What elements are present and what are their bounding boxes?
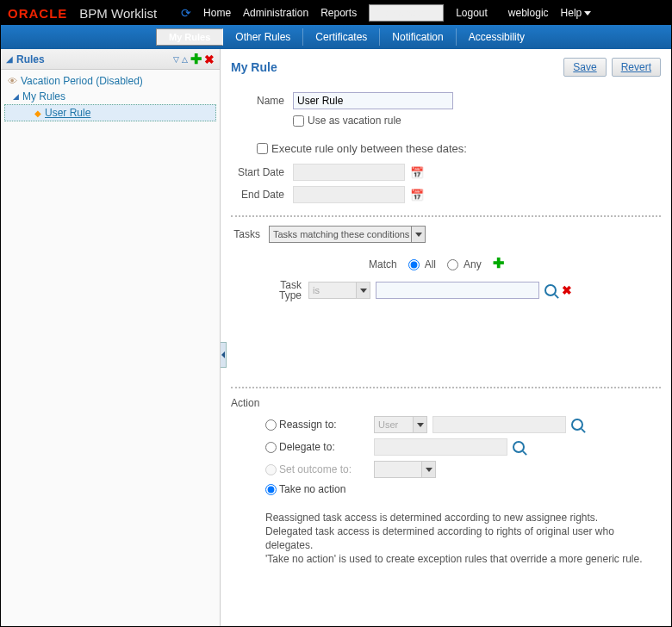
add-rule-icon[interactable]: ✚ — [190, 51, 202, 67]
chevron-down-icon — [421, 462, 435, 477]
tab-my-rules[interactable]: My Rules — [156, 28, 223, 46]
match-label: Match — [369, 258, 406, 270]
start-date-label: Start Date — [231, 166, 293, 178]
rules-tree: 👁 Vacation Period (Disabled) ◢ My Rules … — [1, 70, 220, 125]
nav-user: weblogic — [508, 7, 549, 19]
outcome-row: Set outcome to: — [265, 461, 661, 478]
tab-accessibility[interactable]: Accessibility — [457, 28, 537, 46]
task-type-op-select[interactable]: is — [308, 282, 370, 299]
nav-logout[interactable]: Logout — [456, 7, 488, 19]
noaction-radio[interactable] — [265, 484, 277, 495]
help-line: 'Take no action' is used to create excep… — [265, 552, 661, 566]
match-row: Match All Any ✚ — [231, 255, 661, 271]
tree-label: My Rules — [22, 90, 65, 102]
top-nav: Home Administration Reports Preferences … — [203, 4, 591, 22]
match-all-label: All — [425, 258, 436, 270]
task-type-op-value: is — [313, 285, 320, 295]
tasks-select-value: Tasks matching these conditions — [273, 229, 409, 239]
reassign-type-select[interactable]: User — [374, 416, 427, 433]
calendar-icon[interactable]: 📅 — [410, 189, 424, 202]
tree-user-rule[interactable]: ◆ User Rule — [4, 104, 216, 121]
name-row: Name — [231, 92, 661, 109]
name-input[interactable] — [293, 92, 453, 109]
rules-panel-header: ◢ Rules ▽ △ ✚ ✖ — [1, 49, 220, 70]
match-any-label: Any — [464, 258, 482, 270]
tree-vacation-period[interactable]: 👁 Vacation Period (Disabled) — [4, 73, 216, 89]
delegate-label: Delegate to: — [279, 441, 374, 453]
nav-home[interactable]: Home — [203, 7, 231, 19]
tree-my-rules[interactable]: ◢ My Rules — [4, 89, 216, 104]
search-icon[interactable] — [513, 441, 525, 453]
divider — [231, 215, 661, 217]
tree-label: User Rule — [45, 107, 90, 119]
remove-condition-icon[interactable]: ✖ — [562, 283, 572, 297]
main-area: ◢ Rules ▽ △ ✚ ✖ 👁 Vacation Period (Disab… — [1, 49, 671, 626]
noaction-row: Take no action — [265, 483, 661, 495]
nav-preferences[interactable]: Preferences — [369, 4, 444, 22]
divider — [231, 387, 661, 388]
help-text: Reassigned task access is determined acc… — [231, 511, 661, 566]
help-line: Reassigned task access is determined acc… — [265, 511, 661, 525]
tasks-select[interactable]: Tasks matching these conditions — [269, 226, 426, 243]
chevron-down-icon — [584, 11, 591, 16]
vacation-cb-label: Use as vacation rule — [308, 115, 401, 127]
reassign-radio[interactable] — [265, 419, 277, 431]
tasks-label: Tasks — [231, 228, 269, 240]
collapse-icon[interactable]: ◢ — [6, 54, 13, 64]
sort-asc-icon[interactable]: ▽ — [173, 55, 179, 64]
reassign-label: Reassign to: — [279, 419, 374, 431]
nav-administration[interactable]: Administration — [243, 7, 308, 19]
delegate-row: Delegate to: — [265, 438, 661, 456]
collapse-sidebar-handle[interactable] — [221, 342, 227, 368]
task-type-input[interactable] — [376, 282, 539, 299]
chevron-down-icon — [411, 227, 425, 242]
expand-icon[interactable]: ◢ — [13, 92, 19, 101]
match-any-radio[interactable] — [447, 259, 458, 270]
noaction-label: Take no action — [279, 483, 374, 495]
delete-rule-icon[interactable]: ✖ — [204, 53, 215, 66]
execute-cb-label: Execute rule only between these dates: — [271, 142, 467, 155]
eye-icon: 👁 — [8, 76, 17, 86]
task-type-row: Task Type is ✖ — [231, 280, 661, 301]
tasks-row: Tasks Tasks matching these conditions — [231, 226, 661, 243]
tab-bar: My Rules Other Rules Certificates Notifi… — [1, 25, 671, 49]
nav-help[interactable]: Help — [561, 7, 592, 19]
tab-certificates[interactable]: Certificates — [303, 28, 380, 46]
page-title: My Rule — [231, 60, 558, 74]
outcome-label: Set outcome to: — [279, 463, 374, 475]
content-area: My Rule Save Revert Name Use as vacation… — [221, 49, 671, 626]
add-condition-icon[interactable]: ✚ — [493, 256, 504, 270]
revert-button[interactable]: Revert — [612, 58, 661, 77]
tab-notification[interactable]: Notification — [380, 28, 456, 46]
match-all-radio[interactable] — [408, 259, 420, 270]
save-button[interactable]: Save — [563, 58, 606, 77]
calendar-icon[interactable]: 📅 — [410, 166, 424, 179]
delegate-input[interactable] — [374, 438, 507, 456]
top-bar: ORACLE BPM Worklist ⟳ Home Administratio… — [1, 1, 671, 25]
sort-desc-icon[interactable]: △ — [182, 55, 188, 64]
help-line: Delegated task access is determined acco… — [265, 525, 661, 552]
tab-other-rules[interactable]: Other Rules — [223, 28, 303, 46]
search-icon[interactable] — [571, 419, 583, 431]
app-title: BPM Worklist — [79, 6, 157, 21]
task-type-label: Task Type — [274, 280, 308, 301]
outcome-radio — [265, 464, 277, 475]
start-date-input[interactable] — [293, 164, 405, 181]
action-section-label: Action — [231, 397, 661, 409]
oracle-logo: ORACLE — [8, 6, 67, 21]
nav-reports[interactable]: Reports — [320, 7, 357, 19]
vacation-checkbox[interactable] — [293, 115, 304, 127]
refresh-icon[interactable]: ⟳ — [181, 6, 191, 20]
chevron-down-icon — [413, 417, 426, 432]
delegate-radio[interactable] — [265, 442, 277, 453]
end-date-row: End Date 📅 — [231, 186, 661, 203]
execute-cb-row: Execute rule only between these dates: — [231, 142, 661, 155]
rules-panel-title: Rules — [16, 53, 171, 65]
reassign-input[interactable] — [432, 416, 566, 433]
execute-dates-checkbox[interactable] — [257, 143, 268, 154]
tree-label: Vacation Period (Disabled) — [21, 75, 143, 87]
search-icon[interactable] — [544, 284, 557, 296]
end-date-input[interactable] — [293, 186, 405, 203]
reassign-row: Reassign to: User — [265, 416, 661, 433]
reassign-type-value: User — [378, 419, 398, 430]
